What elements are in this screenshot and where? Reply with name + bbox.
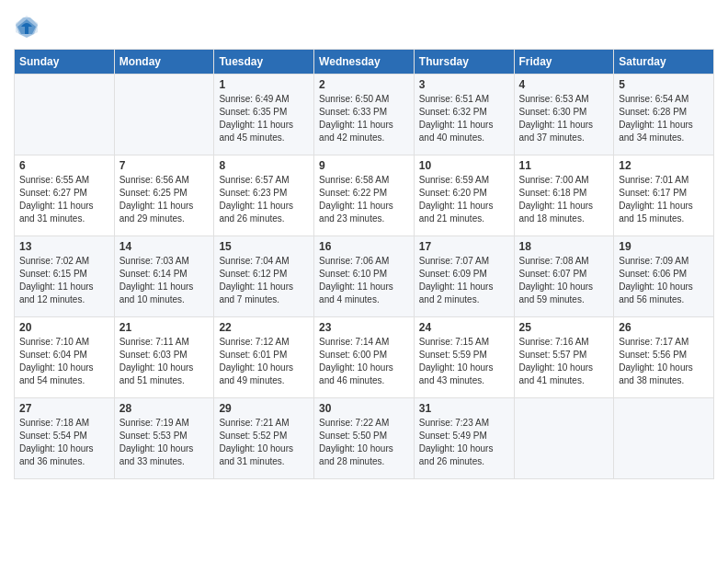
header-cell-thursday: Thursday	[414, 50, 514, 75]
calendar-cell: 24Sunrise: 7:15 AM Sunset: 5:59 PM Dayli…	[414, 317, 514, 398]
calendar-cell: 11Sunrise: 7:00 AM Sunset: 6:18 PM Dayli…	[514, 155, 614, 236]
day-number: 2	[319, 78, 409, 91]
calendar-cell: 18Sunrise: 7:08 AM Sunset: 6:07 PM Dayli…	[514, 236, 614, 317]
day-number: 23	[319, 321, 409, 334]
day-number: 20	[19, 321, 109, 334]
calendar-cell: 22Sunrise: 7:12 AM Sunset: 6:01 PM Dayli…	[214, 317, 314, 398]
calendar-cell: 23Sunrise: 7:14 AM Sunset: 6:00 PM Dayli…	[314, 317, 415, 398]
day-info: Sunrise: 7:16 AM Sunset: 5:57 PM Dayligh…	[519, 336, 609, 387]
calendar-cell: 2Sunrise: 6:50 AM Sunset: 6:33 PM Daylig…	[314, 75, 415, 155]
week-row-2: 13Sunrise: 7:02 AM Sunset: 6:15 PM Dayli…	[15, 236, 714, 317]
day-info: Sunrise: 7:19 AM Sunset: 5:53 PM Dayligh…	[119, 417, 210, 468]
day-info: Sunrise: 7:10 AM Sunset: 6:04 PM Dayligh…	[19, 336, 109, 387]
day-number: 14	[119, 240, 210, 253]
day-info: Sunrise: 7:11 AM Sunset: 6:03 PM Dayligh…	[119, 336, 210, 387]
day-number: 7	[119, 159, 210, 172]
week-row-0: 1Sunrise: 6:49 AM Sunset: 6:35 PM Daylig…	[15, 75, 714, 155]
day-info: Sunrise: 7:08 AM Sunset: 6:07 PM Dayligh…	[519, 255, 609, 306]
day-number: 8	[219, 159, 309, 172]
day-info: Sunrise: 6:58 AM Sunset: 6:22 PM Dayligh…	[319, 174, 409, 225]
day-info: Sunrise: 7:14 AM Sunset: 6:00 PM Dayligh…	[319, 336, 409, 387]
header-cell-saturday: Saturday	[614, 50, 714, 75]
day-number: 6	[19, 159, 109, 172]
day-number: 25	[519, 321, 609, 334]
calendar-cell: 1Sunrise: 6:49 AM Sunset: 6:35 PM Daylig…	[214, 75, 314, 155]
calendar-cell: 31Sunrise: 7:23 AM Sunset: 5:49 PM Dayli…	[414, 398, 514, 479]
calendar-cell: 15Sunrise: 7:04 AM Sunset: 6:12 PM Dayli…	[214, 236, 314, 317]
calendar-cell: 16Sunrise: 7:06 AM Sunset: 6:10 PM Dayli…	[314, 236, 415, 317]
calendar-cell: 25Sunrise: 7:16 AM Sunset: 5:57 PM Dayli…	[514, 317, 614, 398]
day-number: 3	[419, 78, 509, 91]
day-info: Sunrise: 6:54 AM Sunset: 6:28 PM Dayligh…	[619, 93, 709, 144]
calendar-cell	[15, 75, 115, 155]
calendar-cell: 26Sunrise: 7:17 AM Sunset: 5:56 PM Dayli…	[614, 317, 714, 398]
calendar-cell: 29Sunrise: 7:21 AM Sunset: 5:52 PM Dayli…	[214, 398, 314, 479]
day-info: Sunrise: 7:22 AM Sunset: 5:50 PM Dayligh…	[319, 417, 409, 468]
day-number: 10	[419, 159, 509, 172]
calendar-body: 1Sunrise: 6:49 AM Sunset: 6:35 PM Daylig…	[15, 75, 714, 479]
calendar-cell	[514, 398, 614, 479]
header-cell-tuesday: Tuesday	[214, 50, 314, 75]
calendar-cell: 28Sunrise: 7:19 AM Sunset: 5:53 PM Dayli…	[114, 398, 214, 479]
day-info: Sunrise: 6:49 AM Sunset: 6:35 PM Dayligh…	[219, 93, 309, 144]
day-info: Sunrise: 6:55 AM Sunset: 6:27 PM Dayligh…	[19, 174, 109, 225]
day-number: 22	[219, 321, 309, 334]
day-info: Sunrise: 6:50 AM Sunset: 6:33 PM Dayligh…	[319, 93, 409, 144]
page-header	[14, 14, 714, 40]
day-number: 29	[219, 402, 309, 415]
day-info: Sunrise: 7:15 AM Sunset: 5:59 PM Dayligh…	[419, 336, 509, 387]
calendar-cell: 9Sunrise: 6:58 AM Sunset: 6:22 PM Daylig…	[314, 155, 415, 236]
day-number: 18	[519, 240, 609, 253]
day-info: Sunrise: 7:00 AM Sunset: 6:18 PM Dayligh…	[519, 174, 609, 225]
calendar-cell: 14Sunrise: 7:03 AM Sunset: 6:14 PM Dayli…	[114, 236, 214, 317]
day-info: Sunrise: 6:53 AM Sunset: 6:30 PM Dayligh…	[519, 93, 609, 144]
day-info: Sunrise: 7:23 AM Sunset: 5:49 PM Dayligh…	[419, 417, 509, 468]
calendar-cell: 5Sunrise: 6:54 AM Sunset: 6:28 PM Daylig…	[614, 75, 714, 155]
day-number: 13	[19, 240, 109, 253]
day-info: Sunrise: 7:04 AM Sunset: 6:12 PM Dayligh…	[219, 255, 309, 306]
header-cell-wednesday: Wednesday	[314, 50, 415, 75]
day-info: Sunrise: 7:12 AM Sunset: 6:01 PM Dayligh…	[219, 336, 309, 387]
calendar-cell: 4Sunrise: 6:53 AM Sunset: 6:30 PM Daylig…	[514, 75, 614, 155]
header-cell-monday: Monday	[114, 50, 214, 75]
day-info: Sunrise: 7:09 AM Sunset: 6:06 PM Dayligh…	[619, 255, 709, 306]
day-number: 17	[419, 240, 509, 253]
day-number: 30	[319, 402, 409, 415]
day-info: Sunrise: 7:18 AM Sunset: 5:54 PM Dayligh…	[19, 417, 109, 468]
calendar-cell: 20Sunrise: 7:10 AM Sunset: 6:04 PM Dayli…	[15, 317, 115, 398]
day-info: Sunrise: 7:21 AM Sunset: 5:52 PM Dayligh…	[219, 417, 309, 468]
header-cell-friday: Friday	[514, 50, 614, 75]
calendar-cell: 7Sunrise: 6:56 AM Sunset: 6:25 PM Daylig…	[114, 155, 214, 236]
day-number: 15	[219, 240, 309, 253]
day-number: 12	[619, 159, 709, 172]
day-number: 21	[119, 321, 210, 334]
calendar-cell	[114, 75, 214, 155]
week-row-1: 6Sunrise: 6:55 AM Sunset: 6:27 PM Daylig…	[15, 155, 714, 236]
calendar-cell: 12Sunrise: 7:01 AM Sunset: 6:17 PM Dayli…	[614, 155, 714, 236]
header-row: SundayMondayTuesdayWednesdayThursdayFrid…	[15, 50, 714, 75]
day-number: 4	[519, 78, 609, 91]
day-number: 9	[319, 159, 409, 172]
calendar-cell: 19Sunrise: 7:09 AM Sunset: 6:06 PM Dayli…	[614, 236, 714, 317]
calendar-header: SundayMondayTuesdayWednesdayThursdayFrid…	[15, 50, 714, 75]
calendar-cell: 8Sunrise: 6:57 AM Sunset: 6:23 PM Daylig…	[214, 155, 314, 236]
logo	[14, 14, 43, 40]
calendar-cell: 21Sunrise: 7:11 AM Sunset: 6:03 PM Dayli…	[114, 317, 214, 398]
day-info: Sunrise: 6:59 AM Sunset: 6:20 PM Dayligh…	[419, 174, 509, 225]
day-info: Sunrise: 7:01 AM Sunset: 6:17 PM Dayligh…	[619, 174, 709, 225]
calendar-cell: 30Sunrise: 7:22 AM Sunset: 5:50 PM Dayli…	[314, 398, 415, 479]
day-number: 1	[219, 78, 309, 91]
day-info: Sunrise: 7:17 AM Sunset: 5:56 PM Dayligh…	[619, 336, 709, 387]
svg-rect-3	[25, 27, 28, 34]
day-info: Sunrise: 6:57 AM Sunset: 6:23 PM Dayligh…	[219, 174, 309, 225]
calendar-cell: 6Sunrise: 6:55 AM Sunset: 6:27 PM Daylig…	[15, 155, 115, 236]
day-info: Sunrise: 7:07 AM Sunset: 6:09 PM Dayligh…	[419, 255, 509, 306]
day-info: Sunrise: 7:06 AM Sunset: 6:10 PM Dayligh…	[319, 255, 409, 306]
calendar-cell: 13Sunrise: 7:02 AM Sunset: 6:15 PM Dayli…	[15, 236, 115, 317]
calendar-cell: 27Sunrise: 7:18 AM Sunset: 5:54 PM Dayli…	[15, 398, 115, 479]
calendar-cell	[614, 398, 714, 479]
calendar-cell: 10Sunrise: 6:59 AM Sunset: 6:20 PM Dayli…	[414, 155, 514, 236]
day-number: 5	[619, 78, 709, 91]
day-number: 26	[619, 321, 709, 334]
page-container: SundayMondayTuesdayWednesdayThursdayFrid…	[0, 0, 728, 488]
